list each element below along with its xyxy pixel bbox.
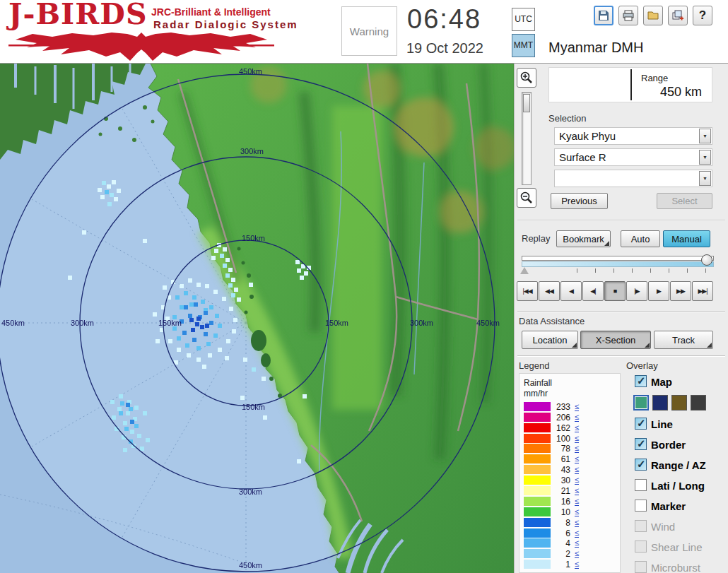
station-title: Myanmar DMH bbox=[548, 40, 643, 56]
map-style-swatch-2[interactable] bbox=[652, 395, 668, 410]
help-button[interactable]: ? bbox=[693, 6, 712, 25]
previous-button[interactable]: Previous bbox=[551, 193, 608, 209]
slider-tick bbox=[650, 268, 651, 273]
map-style-swatch-1[interactable] bbox=[633, 395, 649, 410]
legend-lte-sign: ≤ bbox=[575, 402, 579, 411]
play-reverse-button[interactable]: ◀ bbox=[560, 281, 582, 301]
fast-forward-button[interactable]: ▶▶ bbox=[670, 281, 691, 301]
chevron-down-icon[interactable]: ▼ bbox=[699, 150, 711, 165]
xsection-button[interactable]: X-Section bbox=[580, 331, 651, 349]
legend-lte-sign: ≤ bbox=[575, 486, 579, 495]
skip-first-button[interactable]: |◀◀ bbox=[517, 281, 538, 301]
zoom-out-button[interactable] bbox=[517, 188, 536, 208]
lati-long-checkbox[interactable] bbox=[635, 479, 647, 491]
play-button[interactable]: ▶ bbox=[648, 281, 669, 301]
select-button[interactable]: Select bbox=[657, 193, 712, 209]
step-forward-button[interactable]: |▶ bbox=[626, 281, 647, 301]
separator bbox=[517, 220, 725, 221]
step-back-button[interactable]: ◀| bbox=[582, 281, 604, 301]
track-button[interactable]: Track bbox=[654, 331, 713, 349]
range-az-checkbox[interactable]: ✓ bbox=[635, 459, 647, 471]
slider-tick bbox=[705, 268, 706, 273]
ring-label: 150km bbox=[325, 319, 348, 327]
legend-row: 61≤ bbox=[522, 454, 618, 464]
overlay-item-label: Marker bbox=[651, 500, 686, 512]
legend-value: 43 bbox=[552, 465, 570, 475]
location-button[interactable]: Location bbox=[522, 331, 578, 349]
app-logo: J-BIRDS bbox=[8, 0, 148, 31]
product-combo-value: Surface R bbox=[559, 151, 606, 163]
print-button[interactable] bbox=[618, 6, 638, 25]
save-button[interactable] bbox=[594, 6, 613, 25]
data-assistance-label: Data Assistance bbox=[519, 316, 585, 326]
legend-lte-sign: ≤ bbox=[575, 497, 579, 506]
new-window-button[interactable] bbox=[668, 6, 688, 25]
overlay-item-label: Shear Line bbox=[651, 541, 703, 553]
slider-tick bbox=[577, 268, 577, 273]
replay-slider-fill[interactable] bbox=[522, 261, 714, 267]
bookmark-button[interactable]: Bookmark bbox=[556, 230, 611, 247]
mmt-toggle-button[interactable]: MMT bbox=[512, 34, 535, 57]
rainfall-legend: Rainfall mm/hr 233≤ 206≤ 162≤ 100≤ 78≤ 6… bbox=[519, 373, 621, 573]
wind-checkbox bbox=[635, 520, 647, 532]
eagle-logo-icon bbox=[7, 31, 276, 61]
zoom-level-slider[interactable] bbox=[522, 92, 532, 185]
ring-label: 300km bbox=[240, 147, 264, 155]
legend-color-swatch bbox=[524, 454, 551, 463]
stop-button[interactable]: ■ bbox=[604, 281, 626, 301]
border-checkbox[interactable]: ✓ bbox=[635, 438, 647, 450]
separator bbox=[517, 355, 725, 357]
ring-label: 150km bbox=[242, 403, 265, 411]
chevron-down-icon[interactable]: ▼ bbox=[699, 129, 711, 143]
legend-lte-sign: ≤ bbox=[575, 475, 579, 485]
legend-value: 21 bbox=[552, 486, 570, 496]
legend-lte-sign: ≤ bbox=[575, 465, 579, 474]
site-combo[interactable]: Kyauk Phyu ▼ bbox=[554, 127, 712, 145]
legend-row: 1≤ bbox=[522, 560, 618, 569]
zoom-slider-thumb[interactable] bbox=[523, 94, 530, 112]
legend-unit-1: Rainfall bbox=[524, 378, 552, 388]
overlay-row-map: ✓ Map bbox=[633, 375, 727, 391]
legend-label: Legend bbox=[519, 360, 549, 371]
legend-lte-sign: ≤ bbox=[575, 538, 579, 548]
ring-label: 300km bbox=[71, 319, 94, 327]
map-checkbox[interactable]: ✓ bbox=[635, 375, 647, 387]
product-combo[interactable]: Surface R ▼ bbox=[554, 148, 712, 166]
zoom-in-button[interactable] bbox=[517, 68, 536, 88]
slider-start-marker[interactable] bbox=[520, 267, 529, 274]
radar-map-display[interactable]: 450km 300km 150km 150km 300km 450km 450k… bbox=[0, 64, 514, 573]
legend-lte-sign: ≤ bbox=[575, 528, 579, 538]
overlay-row-microburst: Microburst bbox=[633, 561, 727, 573]
legend-color-swatch bbox=[524, 486, 551, 495]
line-checkbox[interactable]: ✓ bbox=[635, 418, 647, 430]
replay-slider-track[interactable] bbox=[522, 256, 714, 261]
skip-last-button[interactable]: ▶▶| bbox=[692, 281, 713, 301]
overlay-row-marker: Marker bbox=[633, 500, 727, 515]
overlay-item-label: Lati / Long bbox=[651, 480, 705, 492]
map-style-swatch-3[interactable] bbox=[671, 395, 687, 410]
fast-rewind-button[interactable]: ◀◀ bbox=[539, 281, 560, 301]
legend-row: 21≤ bbox=[522, 486, 618, 496]
legend-row: 10≤ bbox=[522, 507, 618, 517]
chevron-down-icon[interactable]: ▼ bbox=[699, 171, 711, 186]
check-icon: ✓ bbox=[637, 417, 646, 430]
map-style-swatch-4[interactable] bbox=[691, 395, 706, 410]
auto-button[interactable]: Auto bbox=[621, 230, 660, 247]
legend-row: 233≤ bbox=[522, 402, 618, 412]
utc-toggle-button[interactable]: UTC bbox=[512, 8, 535, 31]
legend-lte-sign: ≤ bbox=[575, 444, 579, 453]
replay-slider-thumb[interactable] bbox=[701, 254, 712, 266]
shear-line-checkbox bbox=[635, 540, 647, 553]
open-folder-button[interactable] bbox=[643, 6, 663, 25]
extra-combo[interactable]: ▼ bbox=[554, 170, 712, 187]
legend-value: 61 bbox=[552, 454, 570, 464]
legend-color-swatch bbox=[524, 560, 551, 569]
manual-button[interactable]: Manual bbox=[663, 230, 710, 247]
map-style-swatches bbox=[633, 395, 727, 410]
header-bar: J-BIRDS JRC-Brilliant & Intelligent Rada… bbox=[0, 0, 728, 64]
legend-color-swatch bbox=[524, 549, 551, 558]
legend-value: 6 bbox=[552, 528, 570, 538]
legend-row: 100≤ bbox=[522, 434, 618, 444]
overlay-row-range-az: ✓ Range / AZ bbox=[633, 459, 727, 474]
marker-checkbox[interactable] bbox=[635, 500, 647, 512]
